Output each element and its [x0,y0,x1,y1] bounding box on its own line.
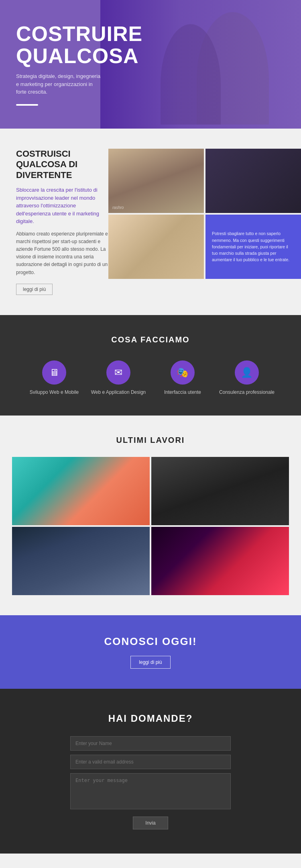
build-inner: COSTRUISCI QUALCOSA DI DIVERTENTE Sblocc… [0,149,301,295]
hero-title-line2: QUALCOSA [16,44,139,68]
service-item-app-design: ✉ Web e Application Design [86,360,150,396]
build-left: COSTRUISCI QUALCOSA DI DIVERTENTE Sblocc… [0,149,108,295]
contact-section: HAI DOMANDE? Invia [0,689,301,854]
work-image-2 [151,457,289,525]
works-title: ULTIMI LAVORI [12,436,289,445]
build-subtitle: Sbloccare la crescita per l'istituto di … [16,186,108,225]
contact-submit-button[interactable]: Invia [133,817,168,829]
work-image-3 [12,527,150,595]
services-section: COSA FACCIAMO 🖥 Sviluppo Web e Mobile ✉ … [0,315,301,416]
hero-title-line1: COSTRUIRE [16,22,142,45]
contact-title: HAI DOMANDE? [16,713,285,724]
build-title: COSTRUISCI QUALCOSA DI DIVERTENTE [16,149,108,180]
cta-readmore-button[interactable]: leggi di più [130,656,170,669]
hero-section: COSTRUIRE QUALCOSA Strategia digitale, d… [0,0,301,129]
contact-email-input[interactable] [70,755,231,769]
service-icon-consulting: 👤 [235,360,259,385]
works-grid [12,457,289,595]
hero-decorative-line [16,104,38,106]
contact-message-input[interactable] [70,773,231,809]
service-item-ui: 🎭 Interfaccia utente [150,360,215,396]
build-image-purple-text: Potresti sbagliare tutto e non saperlo n… [212,230,295,263]
service-label-consulting: Consulenza professionale [219,389,275,396]
contact-name-input[interactable] [70,736,231,751]
build-image-purple: Potresti sbagliare tutto e non saperlo n… [205,215,301,279]
build-title-l3: DIVERTENTE [16,170,72,180]
build-image-books [108,215,204,279]
hero-title: COSTRUIRE QUALCOSA [16,23,157,67]
cta-section: CONOSCI OGGI! leggi di più [0,615,301,689]
work-image-4 [151,527,289,595]
build-image-dark [205,149,301,213]
hero-subtitle: Strategia digitale, design, ingegneria e… [16,72,104,96]
services-title: COSA FACCIAMO [16,335,285,344]
build-section: COSTRUISCI QUALCOSA DI DIVERTENTE Sblocc… [0,129,301,315]
service-item-consulting: 👤 Consulenza professionale [215,360,279,396]
cta-title: CONOSCI OGGI! [16,635,285,648]
services-grid: 🖥 Sviluppo Web e Mobile ✉ Web e Applicat… [16,360,285,396]
service-label-app-design: Web e Application Design [91,389,146,396]
service-icon-ui: 🎭 [171,360,195,385]
build-images: Potresti sbagliare tutto e non saperlo n… [108,149,301,295]
work-image-1 [12,457,150,525]
service-icon-web-mobile: 🖥 [42,360,66,385]
build-body: Abbiamo creato esperienze pluripremiate … [16,230,108,276]
build-image-workshop [108,149,204,213]
build-title-l1: COSTRUISCI [16,149,71,159]
contact-form: Invia [70,736,231,829]
build-readmore-button[interactable]: leggi di più [16,284,53,295]
build-title-l2: QUALCOSA DI [16,159,77,169]
service-label-web-mobile: Sviluppo Web e Mobile [30,389,79,396]
service-icon-app-design: ✉ [106,360,130,385]
works-section: ULTIMI LAVORI [0,416,301,615]
service-label-ui: Interfaccia utente [164,389,201,396]
hero-content: COSTRUIRE QUALCOSA Strategia digitale, d… [16,23,157,106]
service-item-web-mobile: 🖥 Sviluppo Web e Mobile [22,360,86,396]
